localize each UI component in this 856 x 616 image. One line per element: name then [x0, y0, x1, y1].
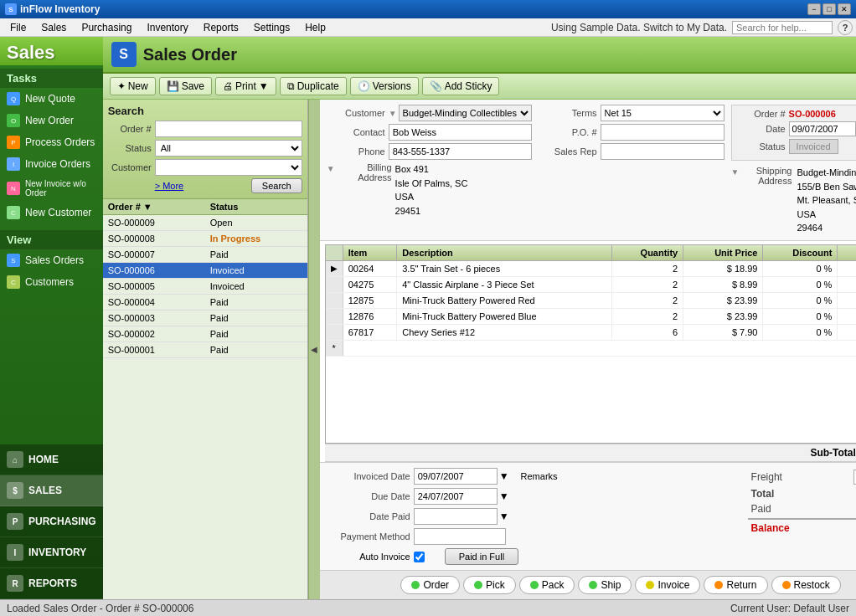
new-quote-icon: Q [7, 92, 20, 105]
sidebar-bottom-reports[interactable]: R REPORTS [0, 568, 103, 599]
title-bar-controls: − □ ✕ [807, 3, 851, 15]
workflow-ship[interactable]: Ship [578, 576, 632, 594]
menu-items: File Sales Purchasing Inventory Reports … [3, 20, 333, 35]
sidebar-item-new-order[interactable]: O New Order [0, 110, 103, 131]
date-paid-input[interactable] [414, 508, 498, 525]
collapse-arrow[interactable]: ◀ [308, 100, 320, 599]
status-search-select[interactable]: All Open In Progress Invoiced Paid [155, 140, 302, 157]
order-row-6[interactable]: SO-000006 Invoiced [103, 263, 307, 279]
arrow-cell-2 [326, 276, 343, 292]
item-row-4[interactable]: 12876 Mini-Truck Battery Powered Blue 2 … [326, 308, 856, 324]
maximize-button[interactable]: □ [822, 3, 836, 15]
menu-reports[interactable]: Reports [197, 20, 245, 35]
title-bar-left: S inFlow Inventory [5, 3, 100, 15]
workflow-pick[interactable]: Pick [463, 576, 516, 594]
minimize-button[interactable]: − [807, 3, 821, 15]
order-row-8[interactable]: SO-000008 In Progress [103, 231, 307, 247]
col-status[interactable]: Status [205, 199, 307, 214]
discount-col-header: Discount [763, 245, 838, 261]
sidebar-item-invoice-orders[interactable]: I Invoice Orders [0, 153, 103, 175]
menu-settings[interactable]: Settings [247, 20, 297, 35]
right-panel: Customer ▼ Budget-Minding Collectibles C… [320, 100, 856, 599]
paid-in-full-button[interactable]: Paid in Full [445, 548, 518, 565]
item-row-5[interactable]: 67817 Chevy Series #12 6 $ 7.90 0 % $ 47… [326, 324, 856, 340]
customer-search-select[interactable] [155, 159, 302, 176]
workflow-invoice[interactable]: Invoice [635, 576, 700, 594]
order-num-value: SO-000006 [789, 109, 836, 119]
sidebar-item-new-invoice[interactable]: N New Invoice w/o Order [0, 175, 103, 202]
date-input[interactable] [789, 121, 856, 136]
order-row-1[interactable]: SO-000001 Paid [103, 342, 307, 358]
invoiced-date-label: Invoiced Date [327, 471, 410, 481]
new-customer-label: New Customer [25, 207, 91, 218]
sidebar-item-process-orders[interactable]: P Process Orders [0, 131, 103, 153]
terms-select[interactable]: Net 15 [601, 105, 725, 121]
shipping-row: ▼ ShippingAddress Budget-Minding Collect… [731, 166, 856, 235]
invoiced-date-input[interactable] [414, 468, 498, 485]
workflow-bar: Order Pick Pack Ship [320, 570, 856, 599]
sidebar-bottom-purchasing[interactable]: P PURCHASING [0, 506, 103, 537]
sidebar-item-customers[interactable]: C Customers [0, 271, 103, 293]
menu-sales[interactable]: Sales [34, 20, 73, 35]
sidebar-item-new-quote[interactable]: Q New Quote [0, 88, 103, 110]
close-window-button[interactable]: ✕ [838, 3, 851, 15]
order-row-4[interactable]: SO-000004 Paid [103, 295, 307, 311]
menu-help[interactable]: Help [298, 20, 333, 35]
col-order-num[interactable]: Order # ▼ [103, 199, 205, 214]
sidebar-bottom-inventory[interactable]: I INVENTORY [0, 537, 103, 568]
item-row-3[interactable]: 12875 Mini-Truck Battery Powered Red 2 $… [326, 292, 856, 308]
item-row-2[interactable]: 04275 4" Classic Airplane - 3 Piece Set … [326, 276, 856, 292]
search-for-help-input[interactable] [732, 21, 833, 34]
new-button[interactable]: ✦ New [110, 77, 156, 95]
payment-method-input[interactable] [414, 528, 506, 545]
phone-input[interactable] [389, 143, 532, 160]
versions-button[interactable]: 🕐 Versions [350, 77, 419, 95]
billing-label: BillingAddress [337, 162, 392, 182]
sidebar-bottom-sales[interactable]: $ SALES [0, 475, 103, 506]
duplicate-button[interactable]: ⧉ Duplicate [280, 77, 347, 95]
home-label: HOME [28, 454, 59, 465]
sidebar-bottom-home[interactable]: ⌂ HOME [0, 444, 103, 475]
item-price-4: $ 23.99 [683, 308, 763, 324]
order-search-input[interactable] [155, 121, 302, 137]
phone-row: Phone [327, 143, 532, 160]
arrow-cell-3 [326, 292, 343, 308]
item-subtotal-3: $ 47.98 [838, 292, 856, 308]
order-row-7[interactable]: SO-000007 Paid [103, 247, 307, 263]
workflow-restock[interactable]: Restock [771, 576, 841, 594]
workflow-return[interactable]: Return [704, 576, 767, 594]
add-sticky-button[interactable]: 📎 Add Sticky [422, 77, 500, 95]
contact-input[interactable] [389, 124, 532, 141]
help-button[interactable]: ? [838, 20, 853, 35]
item-qty-5: 6 [611, 324, 683, 340]
menu-purchasing[interactable]: Purchasing [75, 20, 138, 35]
workflow-order[interactable]: Order [400, 576, 460, 594]
freight-input[interactable] [853, 470, 856, 485]
print-dropdown-icon: ▼ [259, 80, 269, 92]
item-num-4: 12876 [343, 308, 397, 324]
search-button[interactable]: Search [251, 178, 302, 193]
menu-inventory[interactable]: Inventory [140, 20, 194, 35]
order-row-5[interactable]: SO-000005 Invoiced [103, 279, 307, 295]
workflow-pack[interactable]: Pack [519, 576, 575, 594]
order-row-3[interactable]: SO-000003 Paid [103, 311, 307, 326]
sales-rep-input[interactable] [601, 143, 725, 160]
sales-orders-label: Sales Orders [25, 254, 84, 266]
more-link[interactable]: > More [155, 181, 184, 191]
print-button[interactable]: 🖨 Print ▼ [215, 77, 276, 95]
item-row-1[interactable]: ▶ 00264 3.5" Train Set - 6 pieces 2 $ 18… [326, 260, 856, 276]
order-row-9[interactable]: SO-000009 Open [103, 215, 307, 231]
status-left: Loaded Sales Order - Order # SO-000006 [7, 603, 193, 614]
menu-file[interactable]: File [3, 20, 33, 35]
po-input[interactable] [601, 124, 725, 141]
order-row-2[interactable]: SO-000002 Paid [103, 326, 307, 342]
auto-invoice-checkbox[interactable] [414, 552, 425, 562]
save-button[interactable]: 💾 Save [159, 77, 212, 95]
sidebar-item-new-customer[interactable]: C New Customer [0, 202, 103, 223]
new-item-row[interactable]: * [326, 340, 856, 356]
order-search-row: Order # [108, 121, 302, 137]
due-date-input[interactable] [414, 488, 498, 505]
sidebar-item-sales-orders[interactable]: S Sales Orders [0, 249, 103, 271]
sales-orders-icon: S [7, 254, 20, 267]
customer-select[interactable]: Budget-Minding Collectibles [399, 105, 532, 121]
